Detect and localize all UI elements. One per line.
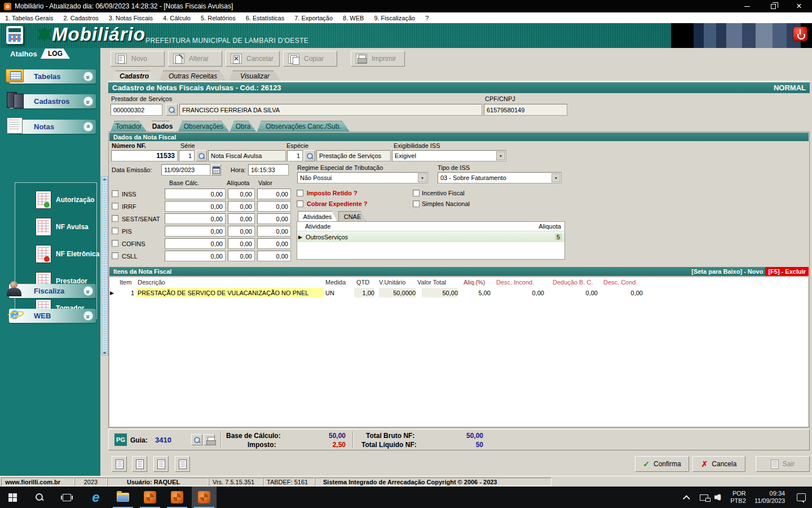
pis-valor-field[interactable]: 0,00 (257, 226, 291, 237)
start-button[interactable] (0, 487, 25, 508)
scroll-up-icon[interactable]: ◂▸ (102, 177, 108, 182)
calendar-button[interactable] (211, 164, 221, 176)
chevron-down-icon[interactable]: » (83, 72, 93, 81)
chevron-down-icon[interactable]: » (83, 97, 93, 106)
dropdown-arrow-icon[interactable]: ▼ (551, 173, 561, 182)
prestador-code-field[interactable]: 000000302 (111, 104, 162, 116)
atividade-row[interactable]: ▶ OutrosServiços 5 (297, 232, 564, 242)
inss-aliq-field[interactable]: 0,00 (228, 189, 255, 199)
cofins-valor-field[interactable]: 0,00 (257, 238, 291, 249)
tipo-iss-select[interactable]: 03 - Sobre Faturamento ▼ (438, 172, 562, 183)
menu-estatisticas[interactable]: 6. Estatísticas (241, 12, 289, 23)
cancela-button[interactable]: ✗ Cancela (692, 456, 745, 472)
nav-last-button[interactable] (175, 456, 190, 472)
tab-visualizar[interactable]: Visualizar (229, 71, 281, 81)
tab-cadastro[interactable]: Cadastro (112, 71, 157, 81)
especie-search-button[interactable] (304, 150, 315, 161)
alterar-button[interactable]: Alterar (168, 51, 222, 67)
serie-search-button[interactable] (196, 150, 207, 161)
tab-atividades[interactable]: Atividades (298, 211, 337, 221)
menu-tabelas-gerais[interactable]: 1. Tabelas Gerais (0, 12, 58, 23)
volume-tray-icon[interactable] (710, 487, 726, 508)
confirma-button[interactable]: ✓ Confirma (635, 456, 689, 472)
sest-checkbox[interactable] (112, 215, 118, 222)
menu-fiscalizacao[interactable]: 9. Fiscalização (369, 12, 420, 23)
sidebar-item-nf-eletronica[interactable]: NF Eletrônica (36, 243, 109, 265)
simples-nacional-checkbox[interactable] (413, 200, 420, 207)
item-cell[interactable]: 1 (117, 288, 134, 297)
desc-cond-cell[interactable]: 0,00 (609, 288, 643, 297)
hora-field[interactable]: 16:15:33 (248, 164, 289, 176)
exigibilidade-select[interactable]: Exigivel ▼ (392, 150, 506, 161)
sidebar-item-autorizacao[interactable]: Autorização (36, 189, 109, 211)
taskbar-app-1[interactable] (138, 487, 162, 508)
menu-web[interactable]: 8. WEB (338, 12, 369, 23)
taskbar-search-button[interactable] (27, 487, 52, 508)
chevron-down-icon[interactable]: » (83, 311, 93, 321)
tab-outras-receitas[interactable]: Outras Receitas (159, 71, 227, 81)
scroll-down-icon[interactable]: ◂▸ (102, 350, 108, 355)
descricao-cell[interactable]: PRESTAÇÃO DE SERVIÇO DE VULACANIZAÇÃO NO… (136, 288, 324, 297)
imprimir-button[interactable]: Imprimir (351, 51, 405, 67)
guia-print-button[interactable] (204, 434, 215, 445)
pis-base-field[interactable]: 0,00 (165, 226, 226, 237)
taskbar-app-3-active[interactable] (192, 487, 217, 508)
tray-expand-button[interactable] (679, 487, 696, 508)
minimize-button[interactable] (734, 0, 760, 12)
sair-button[interactable]: Sair (756, 456, 810, 472)
cobrar-expediente-checkbox[interactable] (297, 200, 303, 207)
sest-base-field[interactable]: 0,00 (165, 213, 226, 224)
inss-valor-field[interactable]: 0,00 (257, 189, 291, 199)
medida-cell[interactable]: UN (325, 288, 348, 297)
sidebar-tab-log[interactable]: LOG (41, 49, 70, 59)
numero-nf-field[interactable]: 11533 (111, 150, 178, 161)
menu-exportacao[interactable]: 7. Exportação (289, 12, 338, 23)
chevron-up-icon[interactable]: » (83, 122, 93, 132)
cofins-aliq-field[interactable]: 0,00 (228, 238, 255, 249)
taskbar-app-2[interactable] (165, 487, 189, 508)
csll-valor-field[interactable]: 0,00 (257, 251, 291, 261)
prestador-search-button[interactable] (166, 104, 178, 116)
data-emissao-field[interactable]: 11/09/2023 (161, 164, 210, 176)
maximize-button[interactable] (760, 0, 786, 12)
cofins-base-field[interactable]: 0,00 (165, 238, 226, 249)
nav-next-button[interactable] (153, 456, 169, 472)
inss-checkbox[interactable] (112, 190, 118, 197)
taskbar-ie[interactable]: e (83, 487, 108, 508)
irrf-valor-field[interactable]: 0,00 (257, 201, 291, 212)
menu-help[interactable]: ? (420, 12, 434, 23)
incentivo-fiscal-checkbox[interactable] (413, 190, 420, 196)
desc-incond-cell[interactable]: 0,00 (510, 288, 544, 297)
deducao-bc-cell[interactable]: 0,00 (564, 288, 598, 297)
subtab-observacoes-canc[interactable]: Observações Canc./Sub. (257, 121, 350, 132)
menu-calculo[interactable]: 4. Cálculo (158, 12, 196, 23)
csll-aliq-field[interactable]: 0,00 (228, 251, 255, 261)
v-unitario-cell[interactable]: 50,0000 (379, 288, 416, 297)
clock[interactable]: 09:3411/09/2023 (750, 487, 789, 508)
especie-field[interactable]: 1 (287, 150, 303, 161)
subtab-dados[interactable]: Dados (148, 121, 177, 132)
sidebar-tab-atalhos[interactable]: Atalhos (10, 50, 37, 58)
guia-search-button[interactable] (191, 434, 202, 445)
serie-field[interactable]: 1 (179, 150, 195, 161)
network-tray-icon[interactable] (696, 487, 712, 508)
qtd-cell[interactable]: 1,00 (354, 288, 374, 297)
language-indicator[interactable]: PORPTB2 (726, 487, 750, 508)
novo-button[interactable]: Novo (111, 51, 165, 67)
copiar-button[interactable]: Copiar (283, 51, 337, 67)
menu-cadastros[interactable]: 2. Cadastros (58, 12, 103, 23)
sidebar-scrollbar[interactable]: ◂▸ ◂▸ (101, 176, 108, 356)
aliq-cell[interactable]: 5,00 (462, 288, 491, 297)
inss-base-field[interactable]: 0,00 (165, 189, 226, 199)
sidebar-item-nf-avulsa[interactable]: NF Avulsa (36, 216, 109, 238)
action-center-button[interactable] (791, 487, 812, 508)
menu-relatorios[interactable]: 5. Relatórios (196, 12, 241, 23)
pis-aliq-field[interactable]: 0,00 (228, 226, 255, 237)
subtab-tomador[interactable]: Tomador (111, 121, 147, 132)
taskbar-file-explorer[interactable] (111, 487, 135, 508)
task-view-button[interactable] (54, 487, 79, 508)
chevron-down-icon[interactable]: » (83, 286, 93, 296)
subtab-observacoes[interactable]: Observações (178, 121, 229, 132)
csll-base-field[interactable]: 0,00 (165, 251, 226, 261)
dropdown-arrow-icon[interactable]: ▼ (496, 151, 505, 160)
